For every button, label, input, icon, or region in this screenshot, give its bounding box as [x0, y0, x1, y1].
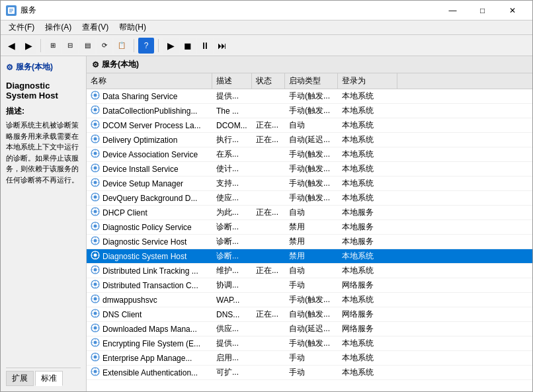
restart-button[interactable]: ⏭ [214, 38, 230, 54]
service-icon [91, 221, 100, 233]
table-row[interactable]: Device Install Service 使计... 手动(触发... 本地… [87, 162, 532, 176]
table-row[interactable]: DataCollectionPublishing... The ... 手动(触… [87, 104, 532, 118]
tab-extend[interactable]: 扩展 [6, 371, 34, 386]
export-button[interactable]: 📋 [114, 38, 130, 54]
stop-button[interactable]: ◼ [180, 38, 196, 54]
service-name-text: DHCP Client [102, 208, 147, 217]
cell-status [252, 182, 285, 185]
table-row[interactable]: Data Sharing Service 提供... 手动(触发... 本地系统 [87, 89, 532, 104]
properties-button[interactable]: ▤ [79, 38, 95, 54]
table-row[interactable]: DNS Client DNS... 正在... 自动(触发... 网络服务 [87, 307, 532, 322]
cell-desc: WAP... [212, 294, 252, 306]
table-row[interactable]: Diagnostic Policy Service 诊断... 禁用 本地服务 [87, 220, 532, 235]
table-row[interactable]: Encrypting File System (E... 提供... 手动(触发… [87, 336, 532, 351]
cell-status [252, 284, 285, 287]
menu-help[interactable]: 帮助(H) [114, 20, 151, 34]
services-table[interactable]: 名称 描述 状态 启动类型 登录为 Data Sharing Service 提… [87, 73, 532, 391]
table-row[interactable]: DevQuery Background D... 使应... 手动(触发... … [87, 191, 532, 206]
cell-desc: 为此... [212, 206, 252, 219]
close-button[interactable]: ✕ [497, 1, 527, 20]
service-name-text: Enterprise App Manage... [102, 354, 192, 363]
cell-startup: 禁用 [285, 220, 338, 234]
cell-startup: 手动(触发... [285, 191, 338, 205]
service-icon [91, 163, 100, 175]
svg-point-2 [94, 94, 97, 97]
col-name[interactable]: 名称 [87, 73, 212, 89]
cell-startup: 自动(触发... [285, 307, 338, 321]
app-icon [6, 5, 17, 16]
cell-name: Device Setup Manager [87, 176, 212, 190]
show-hide-button[interactable]: ⊞ [45, 38, 61, 54]
svg-point-50 [94, 210, 97, 214]
cell-desc: 提供... [212, 336, 252, 350]
cell-login: 本地系统 [338, 293, 397, 307]
col-status[interactable]: 状态 [252, 73, 285, 89]
cell-startup: 禁用 [285, 249, 338, 263]
service-icon [91, 309, 100, 320]
col-startup[interactable]: 启动类型 [285, 73, 338, 89]
menu-action[interactable]: 操作(A) [40, 20, 77, 34]
table-row[interactable]: Distributed Link Tracking ... 维护... 正在..… [87, 264, 532, 278]
table-row[interactable]: Device Setup Manager 支持... 手动(触发... 本地系统 [87, 176, 532, 191]
col-desc[interactable]: 描述 [212, 73, 252, 89]
col-login[interactable]: 登录为 [338, 73, 397, 89]
table-row[interactable]: Delivery Optimization 执行... 正在... 自动(延迟.… [87, 133, 532, 147]
table-row[interactable]: Diagnostic System Host 诊断... 禁用 本地系统 [87, 249, 532, 264]
service-name-text: Device Association Service [102, 150, 198, 159]
cell-desc: DNS... [212, 309, 252, 321]
service-icon [91, 352, 100, 364]
right-header: ⚙ 服务(本地) [87, 56, 532, 73]
table-row[interactable]: DHCP Client 为此... 正在... 自动 本地服务 [87, 206, 532, 220]
cell-startup: 自动 [285, 206, 338, 219]
back-button[interactable]: ◀ [3, 38, 19, 54]
table-row[interactable]: Downloaded Maps Mana... 供应... 自动(延迟... 网… [87, 322, 532, 336]
svg-point-86 [94, 297, 97, 301]
cell-desc: 执行... [212, 133, 252, 147]
tab-standard[interactable]: 标准 [35, 371, 63, 386]
cell-startup: 手动(触发... [285, 89, 338, 103]
table-row[interactable]: Diagnostic Service Host 诊断... 禁用 本地服务 [87, 235, 532, 249]
forward-button[interactable]: ▶ [20, 38, 36, 54]
svg-point-110 [94, 356, 97, 359]
service-icon [91, 120, 100, 131]
cell-name: Enterprise App Manage... [87, 351, 212, 365]
refresh-button[interactable]: ⟳ [97, 38, 112, 54]
cell-name: DCOM Server Process La... [87, 118, 212, 132]
minimize-button[interactable]: — [438, 1, 468, 20]
help-button[interactable]: ? [138, 38, 154, 54]
maximize-button[interactable]: □ [468, 1, 497, 20]
table-row[interactable]: Enterprise App Manage... 启用... 手动 本地系统 [87, 351, 532, 366]
svg-point-56 [94, 225, 97, 228]
service-name-text: Extensible Authentication... [102, 368, 198, 377]
service-name-text: Device Install Service [102, 165, 179, 174]
cell-desc: 支持... [212, 176, 252, 190]
service-icon [91, 338, 100, 349]
cell-login: 本地系统 [338, 351, 397, 365]
table-row[interactable]: dmwappushsvc WAP... 手动(触发... 本地系统 [87, 293, 532, 307]
start-button[interactable]: ▶ [163, 38, 179, 54]
cell-startup: 自动 [285, 264, 338, 278]
cell-login: 本地系统 [338, 336, 397, 350]
table-row[interactable]: Distributed Transaction C... 协调... 手动 网络… [87, 278, 532, 293]
cell-login: 本地系统 [338, 249, 397, 263]
svg-point-98 [94, 327, 97, 330]
cell-status [252, 255, 285, 258]
cell-name: Data Sharing Service [87, 89, 212, 103]
menu-view[interactable]: 查看(V) [77, 20, 114, 34]
table-row[interactable]: Extensible Authentication... 可扩... 手动 本地… [87, 366, 532, 380]
table-row[interactable]: DCOM Server Process La... DCOM... 正在... … [87, 118, 532, 133]
svg-point-26 [94, 152, 97, 155]
cell-startup: 自动(延迟... [285, 322, 338, 336]
table-row[interactable]: Device Association Service 在系... 手动(触发..… [87, 147, 532, 162]
menu-file[interactable]: 文件(F) [3, 20, 40, 34]
svg-point-20 [94, 137, 97, 141]
cell-desc: 启用... [212, 351, 252, 365]
service-icon [91, 251, 100, 262]
svg-point-32 [94, 167, 97, 170]
service-name-text: DCOM Server Process La... [102, 121, 201, 130]
service-icon [91, 91, 100, 102]
cell-status [252, 241, 285, 243]
pause-button[interactable]: ⏸ [197, 38, 213, 54]
right-header-title: 服务(本地) [102, 59, 139, 70]
up-button[interactable]: ⊟ [62, 38, 78, 54]
